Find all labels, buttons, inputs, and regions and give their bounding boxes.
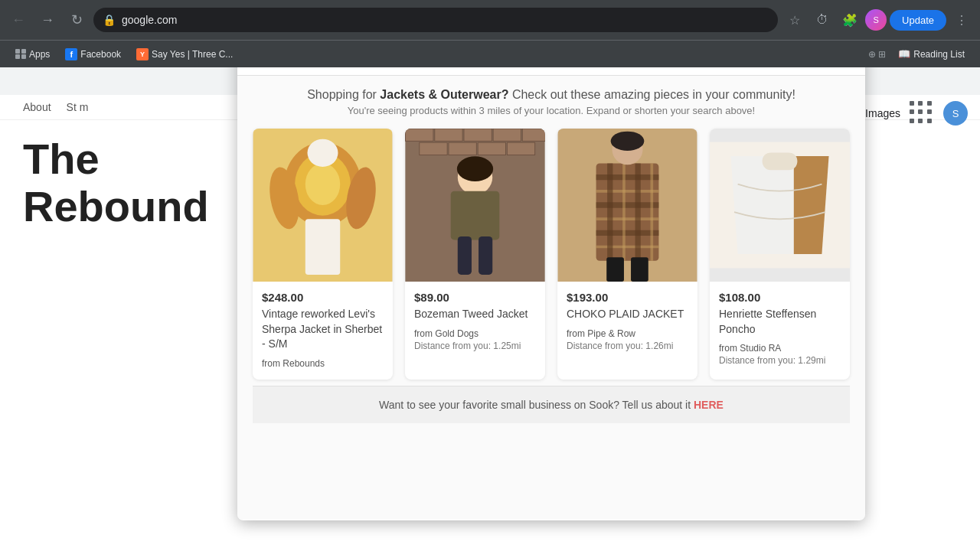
- reading-list-bookmark[interactable]: 📖 Reading List: [892, 45, 971, 63]
- shopping-title: Shopping for Jackets & Outerwear? Check …: [253, 88, 850, 102]
- product-card-3[interactable]: $193.00 CHOKO PLAID JACKET from Pipe & R…: [557, 129, 697, 380]
- product-svg-3: [557, 129, 697, 282]
- svg-rect-23: [479, 236, 492, 275]
- product-svg-2: [405, 129, 545, 282]
- product-price-2: $89.00: [414, 291, 536, 304]
- svg-rect-22: [458, 236, 472, 275]
- images-link[interactable]: Images: [865, 107, 900, 119]
- product-info-2: $89.00 Bozeman Tweed Jacket from Gold Do…: [405, 282, 545, 360]
- svg-rect-10: [406, 129, 433, 141]
- url-text: google.com: [122, 14, 177, 26]
- svg-point-20: [457, 156, 493, 181]
- forward-button[interactable]: →: [35, 8, 60, 32]
- product-price-1: $248.00: [262, 291, 384, 304]
- shopping-desc: Check out these amazing pieces in your c…: [512, 88, 795, 101]
- svg-rect-15: [420, 142, 447, 155]
- product-name-3: CHOKO PLAID JACKET: [567, 307, 688, 322]
- svg-rect-38: [606, 257, 624, 282]
- location-note: You're seeing products within 3 miles of…: [253, 105, 850, 116]
- svg-rect-12: [464, 129, 492, 141]
- product-distance-3: Distance from you: 1.26mi: [567, 341, 688, 351]
- reload-button[interactable]: ↻: [64, 8, 89, 32]
- profile-avatar[interactable]: S: [865, 9, 887, 31]
- say-yes-label: Say Yes | Three C...: [152, 49, 233, 60]
- product-info-3: $193.00 CHOKO PLAID JACKET from Pipe & R…: [557, 282, 697, 360]
- svg-rect-11: [435, 129, 462, 141]
- product-distance-4: Distance from you: 1.29mi: [719, 355, 841, 366]
- product-svg-4: [710, 129, 850, 282]
- svg-rect-39: [631, 257, 648, 282]
- sook-body: Shopping for Jackets & Outerwear? Check …: [237, 76, 865, 520]
- product-store-4: from Studio RA: [719, 343, 841, 354]
- product-card-2[interactable]: $89.00 Bozeman Tweed Jacket from Gold Do…: [405, 129, 545, 380]
- apps-label: Apps: [29, 49, 50, 60]
- history-button[interactable]: ⏱: [810, 8, 835, 32]
- footer-banner: Want to see your favorite small business…: [253, 386, 850, 423]
- extensions-button[interactable]: 🧩: [838, 8, 862, 32]
- svg-rect-41: [763, 152, 798, 170]
- sook-window: ‹ Sook ▼ ⇅ Sort by distance ▼ 📍 Within 3…: [237, 31, 865, 520]
- shopping-header: Shopping for Jackets & Outerwear? Check …: [253, 88, 850, 116]
- google-header-right: Images S: [853, 95, 980, 132]
- product-name-2: Bozeman Tweed Jacket: [414, 307, 536, 322]
- product-price-4: $108.00: [719, 291, 841, 304]
- svg-rect-17: [478, 142, 505, 155]
- say-yes-icon: Y: [136, 48, 149, 60]
- svg-rect-4: [305, 219, 340, 275]
- svg-point-5: [308, 139, 338, 167]
- menu-button[interactable]: ⋮: [949, 8, 974, 32]
- product-image-2: [405, 129, 545, 282]
- apps-bookmark[interactable]: Apps: [9, 46, 56, 63]
- say-yes-bookmark[interactable]: Y Say Yes | Three C...: [130, 45, 239, 64]
- svg-point-3: [305, 163, 340, 205]
- svg-point-37: [611, 132, 645, 151]
- svg-rect-16: [449, 142, 476, 155]
- shopping-category: Jackets & Outerwear?: [380, 88, 508, 101]
- back-button[interactable]: ←: [6, 8, 31, 32]
- extensions-area: ⊕ ⊞: [868, 49, 886, 60]
- svg-rect-21: [451, 191, 500, 240]
- product-name-1: Vintage reworked Levi's Sherpa Jacket in…: [262, 307, 384, 352]
- product-store-3: from Pipe & Row: [567, 328, 688, 339]
- update-button[interactable]: Update: [890, 10, 946, 31]
- svg-rect-18: [507, 142, 534, 155]
- product-store-1: from Rebounds: [262, 358, 384, 369]
- reading-list-label: Reading List: [913, 49, 965, 60]
- product-image-4: [710, 129, 850, 282]
- facebook-label: Facebook: [80, 49, 121, 60]
- bookmark-star-button[interactable]: ☆: [782, 8, 807, 32]
- reading-list-icon: 📖: [898, 48, 910, 60]
- facebook-bookmark[interactable]: f Facebook: [59, 45, 127, 64]
- product-image-3: [557, 129, 697, 282]
- product-name-4: Henriette Steffensen Poncho: [719, 307, 841, 337]
- here-link[interactable]: HERE: [694, 399, 724, 411]
- products-grid: $248.00 Vintage reworked Levi's Sherpa J…: [253, 129, 850, 380]
- store-nav[interactable]: St m: [67, 101, 89, 113]
- facebook-icon: f: [65, 48, 77, 60]
- product-store-2: from Gold Dogs: [414, 328, 536, 339]
- svg-rect-13: [493, 129, 521, 141]
- about-nav[interactable]: About: [23, 101, 51, 113]
- product-image-1: [253, 129, 393, 282]
- product-card-4[interactable]: $108.00 Henriette Steffensen Poncho from…: [710, 129, 850, 380]
- product-card-1[interactable]: $248.00 Vintage reworked Levi's Sherpa J…: [253, 129, 393, 380]
- google-apps-icon[interactable]: [910, 101, 934, 126]
- product-svg-1: [253, 129, 393, 282]
- product-info-1: $248.00 Vintage reworked Levi's Sherpa J…: [253, 282, 393, 380]
- product-price-3: $193.00: [567, 291, 688, 304]
- svg-rect-14: [522, 129, 545, 141]
- product-info-4: $108.00 Henriette Steffensen Poncho from…: [710, 282, 850, 375]
- product-distance-2: Distance from you: 1.25mi: [414, 341, 536, 351]
- address-bar[interactable]: 🔒 google.com: [93, 8, 778, 32]
- google-profile[interactable]: S: [943, 101, 968, 126]
- footer-text: Want to see your favorite small business…: [379, 399, 694, 411]
- security-icon: 🔒: [103, 14, 116, 26]
